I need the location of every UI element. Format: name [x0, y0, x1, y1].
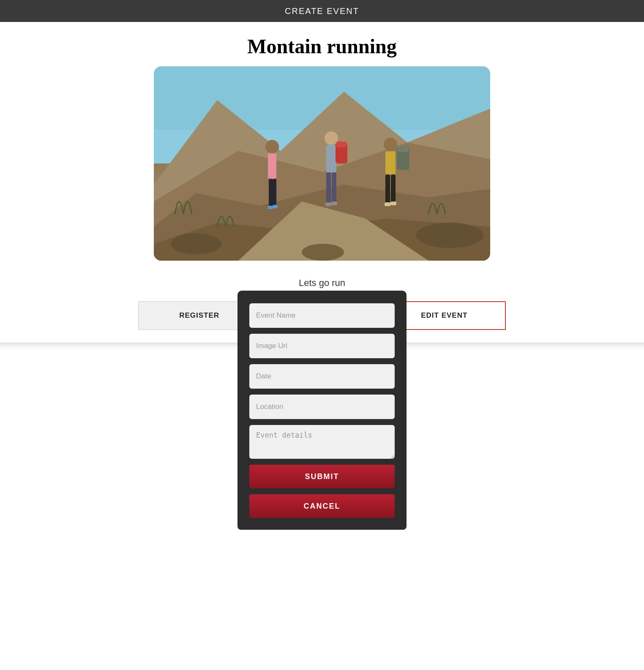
edit-event-modal: SUBMIT CANCEL — [237, 291, 407, 530]
event-details-textarea[interactable] — [249, 425, 395, 459]
modal-overlay: SUBMIT CANCEL — [0, 291, 644, 555]
svg-rect-32 — [154, 66, 490, 261]
event-image-container — [154, 66, 490, 261]
date-input[interactable] — [249, 364, 395, 389]
event-name-input[interactable] — [249, 303, 395, 328]
cancel-button[interactable]: CANCEL — [249, 494, 395, 518]
event-title: Montain running — [247, 35, 396, 58]
event-image-svg — [154, 66, 490, 261]
app-header: CREATE EVENT — [0, 0, 644, 22]
event-description: Lets go run — [299, 278, 345, 289]
location-input[interactable] — [249, 395, 395, 419]
header-title: CREATE EVENT — [285, 6, 359, 16]
submit-button[interactable]: SUBMIT — [249, 465, 395, 488]
image-url-input[interactable] — [249, 334, 395, 358]
event-image — [154, 66, 490, 261]
